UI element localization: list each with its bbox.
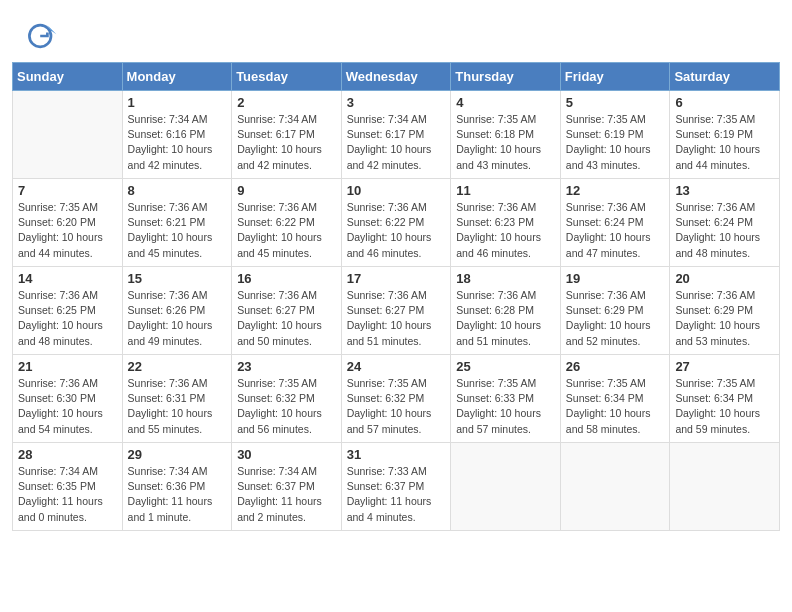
day-number: 24 xyxy=(347,359,446,374)
day-number: 5 xyxy=(566,95,665,110)
calendar-day-cell: 31Sunrise: 7:33 AM Sunset: 6:37 PM Dayli… xyxy=(341,443,451,531)
day-info: Sunrise: 7:34 AM Sunset: 6:17 PM Dayligh… xyxy=(347,112,446,173)
calendar-day-cell: 12Sunrise: 7:36 AM Sunset: 6:24 PM Dayli… xyxy=(560,179,670,267)
calendar-day-cell: 9Sunrise: 7:36 AM Sunset: 6:22 PM Daylig… xyxy=(232,179,342,267)
calendar-header: SundayMondayTuesdayWednesdayThursdayFrid… xyxy=(13,63,780,91)
day-info: Sunrise: 7:36 AM Sunset: 6:29 PM Dayligh… xyxy=(566,288,665,349)
day-number: 12 xyxy=(566,183,665,198)
day-info: Sunrise: 7:35 AM Sunset: 6:34 PM Dayligh… xyxy=(675,376,774,437)
day-of-week-header: Saturday xyxy=(670,63,780,91)
day-number: 4 xyxy=(456,95,555,110)
day-number: 15 xyxy=(128,271,227,286)
day-of-week-header: Wednesday xyxy=(341,63,451,91)
calendar-day-cell: 27Sunrise: 7:35 AM Sunset: 6:34 PM Dayli… xyxy=(670,355,780,443)
calendar-day-cell: 14Sunrise: 7:36 AM Sunset: 6:25 PM Dayli… xyxy=(13,267,123,355)
calendar-day-cell xyxy=(560,443,670,531)
calendar-day-cell xyxy=(670,443,780,531)
day-info: Sunrise: 7:34 AM Sunset: 6:35 PM Dayligh… xyxy=(18,464,117,525)
day-info: Sunrise: 7:36 AM Sunset: 6:21 PM Dayligh… xyxy=(128,200,227,261)
day-info: Sunrise: 7:34 AM Sunset: 6:17 PM Dayligh… xyxy=(237,112,336,173)
day-info: Sunrise: 7:35 AM Sunset: 6:20 PM Dayligh… xyxy=(18,200,117,261)
day-number: 3 xyxy=(347,95,446,110)
day-info: Sunrise: 7:35 AM Sunset: 6:19 PM Dayligh… xyxy=(566,112,665,173)
day-info: Sunrise: 7:36 AM Sunset: 6:30 PM Dayligh… xyxy=(18,376,117,437)
header-row: SundayMondayTuesdayWednesdayThursdayFrid… xyxy=(13,63,780,91)
day-of-week-header: Thursday xyxy=(451,63,561,91)
calendar-day-cell: 22Sunrise: 7:36 AM Sunset: 6:31 PM Dayli… xyxy=(122,355,232,443)
day-number: 22 xyxy=(128,359,227,374)
calendar-day-cell: 30Sunrise: 7:34 AM Sunset: 6:37 PM Dayli… xyxy=(232,443,342,531)
calendar-day-cell: 3Sunrise: 7:34 AM Sunset: 6:17 PM Daylig… xyxy=(341,91,451,179)
day-info: Sunrise: 7:36 AM Sunset: 6:28 PM Dayligh… xyxy=(456,288,555,349)
day-number: 19 xyxy=(566,271,665,286)
calendar-table: SundayMondayTuesdayWednesdayThursdayFrid… xyxy=(12,62,780,531)
page-container: SundayMondayTuesdayWednesdayThursdayFrid… xyxy=(0,0,792,543)
day-number: 7 xyxy=(18,183,117,198)
calendar-day-cell: 19Sunrise: 7:36 AM Sunset: 6:29 PM Dayli… xyxy=(560,267,670,355)
day-info: Sunrise: 7:36 AM Sunset: 6:22 PM Dayligh… xyxy=(237,200,336,261)
day-of-week-header: Tuesday xyxy=(232,63,342,91)
day-number: 10 xyxy=(347,183,446,198)
day-number: 9 xyxy=(237,183,336,198)
calendar-day-cell: 2Sunrise: 7:34 AM Sunset: 6:17 PM Daylig… xyxy=(232,91,342,179)
calendar-day-cell: 11Sunrise: 7:36 AM Sunset: 6:23 PM Dayli… xyxy=(451,179,561,267)
calendar-week-row: 28Sunrise: 7:34 AM Sunset: 6:35 PM Dayli… xyxy=(13,443,780,531)
day-number: 23 xyxy=(237,359,336,374)
calendar-day-cell: 16Sunrise: 7:36 AM Sunset: 6:27 PM Dayli… xyxy=(232,267,342,355)
day-info: Sunrise: 7:36 AM Sunset: 6:29 PM Dayligh… xyxy=(675,288,774,349)
day-info: Sunrise: 7:34 AM Sunset: 6:36 PM Dayligh… xyxy=(128,464,227,525)
day-number: 8 xyxy=(128,183,227,198)
day-number: 31 xyxy=(347,447,446,462)
day-of-week-header: Friday xyxy=(560,63,670,91)
day-number: 18 xyxy=(456,271,555,286)
calendar-wrap: SundayMondayTuesdayWednesdayThursdayFrid… xyxy=(0,62,792,543)
calendar-week-row: 7Sunrise: 7:35 AM Sunset: 6:20 PM Daylig… xyxy=(13,179,780,267)
calendar-day-cell: 21Sunrise: 7:36 AM Sunset: 6:30 PM Dayli… xyxy=(13,355,123,443)
day-info: Sunrise: 7:35 AM Sunset: 6:18 PM Dayligh… xyxy=(456,112,555,173)
day-number: 29 xyxy=(128,447,227,462)
day-info: Sunrise: 7:34 AM Sunset: 6:16 PM Dayligh… xyxy=(128,112,227,173)
day-number: 25 xyxy=(456,359,555,374)
day-info: Sunrise: 7:36 AM Sunset: 6:25 PM Dayligh… xyxy=(18,288,117,349)
day-info: Sunrise: 7:34 AM Sunset: 6:37 PM Dayligh… xyxy=(237,464,336,525)
day-number: 14 xyxy=(18,271,117,286)
calendar-week-row: 1Sunrise: 7:34 AM Sunset: 6:16 PM Daylig… xyxy=(13,91,780,179)
day-number: 16 xyxy=(237,271,336,286)
day-info: Sunrise: 7:36 AM Sunset: 6:23 PM Dayligh… xyxy=(456,200,555,261)
day-number: 28 xyxy=(18,447,117,462)
calendar-body: 1Sunrise: 7:34 AM Sunset: 6:16 PM Daylig… xyxy=(13,91,780,531)
calendar-day-cell: 7Sunrise: 7:35 AM Sunset: 6:20 PM Daylig… xyxy=(13,179,123,267)
day-info: Sunrise: 7:35 AM Sunset: 6:32 PM Dayligh… xyxy=(237,376,336,437)
day-number: 20 xyxy=(675,271,774,286)
calendar-day-cell: 1Sunrise: 7:34 AM Sunset: 6:16 PM Daylig… xyxy=(122,91,232,179)
calendar-day-cell: 17Sunrise: 7:36 AM Sunset: 6:27 PM Dayli… xyxy=(341,267,451,355)
day-info: Sunrise: 7:35 AM Sunset: 6:32 PM Dayligh… xyxy=(347,376,446,437)
logo xyxy=(24,18,66,54)
calendar-day-cell: 20Sunrise: 7:36 AM Sunset: 6:29 PM Dayli… xyxy=(670,267,780,355)
calendar-day-cell xyxy=(451,443,561,531)
day-number: 6 xyxy=(675,95,774,110)
calendar-week-row: 14Sunrise: 7:36 AM Sunset: 6:25 PM Dayli… xyxy=(13,267,780,355)
calendar-day-cell: 26Sunrise: 7:35 AM Sunset: 6:34 PM Dayli… xyxy=(560,355,670,443)
calendar-day-cell xyxy=(13,91,123,179)
logo-icon xyxy=(24,18,60,54)
day-info: Sunrise: 7:35 AM Sunset: 6:34 PM Dayligh… xyxy=(566,376,665,437)
calendar-day-cell: 8Sunrise: 7:36 AM Sunset: 6:21 PM Daylig… xyxy=(122,179,232,267)
day-of-week-header: Sunday xyxy=(13,63,123,91)
day-number: 26 xyxy=(566,359,665,374)
day-info: Sunrise: 7:36 AM Sunset: 6:27 PM Dayligh… xyxy=(347,288,446,349)
day-number: 11 xyxy=(456,183,555,198)
day-number: 1 xyxy=(128,95,227,110)
calendar-day-cell: 5Sunrise: 7:35 AM Sunset: 6:19 PM Daylig… xyxy=(560,91,670,179)
day-number: 2 xyxy=(237,95,336,110)
day-info: Sunrise: 7:35 AM Sunset: 6:33 PM Dayligh… xyxy=(456,376,555,437)
calendar-day-cell: 28Sunrise: 7:34 AM Sunset: 6:35 PM Dayli… xyxy=(13,443,123,531)
calendar-day-cell: 29Sunrise: 7:34 AM Sunset: 6:36 PM Dayli… xyxy=(122,443,232,531)
header xyxy=(0,0,792,62)
day-number: 17 xyxy=(347,271,446,286)
calendar-day-cell: 24Sunrise: 7:35 AM Sunset: 6:32 PM Dayli… xyxy=(341,355,451,443)
day-info: Sunrise: 7:36 AM Sunset: 6:31 PM Dayligh… xyxy=(128,376,227,437)
day-info: Sunrise: 7:35 AM Sunset: 6:19 PM Dayligh… xyxy=(675,112,774,173)
day-info: Sunrise: 7:36 AM Sunset: 6:27 PM Dayligh… xyxy=(237,288,336,349)
calendar-week-row: 21Sunrise: 7:36 AM Sunset: 6:30 PM Dayli… xyxy=(13,355,780,443)
